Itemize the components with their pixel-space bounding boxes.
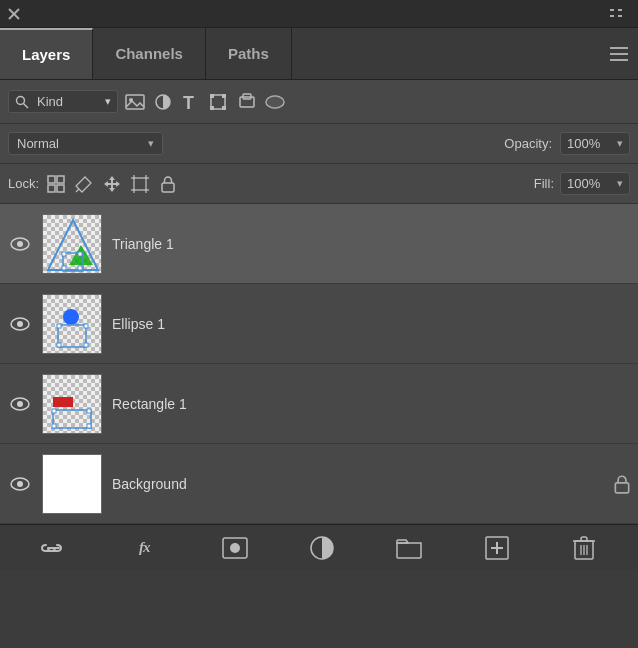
- svg-rect-48: [62, 266, 66, 270]
- link-layers-button[interactable]: [39, 533, 69, 563]
- fx-label: fx: [139, 539, 150, 556]
- panel-collapse-button[interactable]: [610, 8, 630, 20]
- tab-paths[interactable]: Paths: [206, 28, 292, 79]
- layer-thumbnail-ellipse1: [42, 294, 102, 354]
- svg-point-67: [17, 481, 23, 487]
- create-group-button[interactable]: [394, 533, 424, 563]
- svg-rect-2: [610, 47, 628, 49]
- svg-rect-22: [48, 185, 55, 192]
- visibility-toggle-rectangle1[interactable]: [8, 392, 32, 416]
- layer-thumbnail-rectangle1: [42, 374, 102, 434]
- layer-thumbnail-triangle1: [42, 214, 102, 274]
- lock-all-button[interactable]: [157, 173, 179, 195]
- tab-layers[interactable]: Layers: [0, 28, 93, 79]
- svg-rect-31: [134, 178, 146, 190]
- fill-label: Fill:: [534, 176, 554, 191]
- filter-color-icon[interactable]: [264, 91, 286, 113]
- layer-thumbnail-background: [42, 454, 102, 514]
- svg-rect-47: [78, 252, 82, 256]
- svg-rect-54: [57, 324, 61, 328]
- close-button[interactable]: [8, 8, 20, 20]
- svg-rect-63: [87, 409, 91, 413]
- svg-rect-65: [87, 424, 91, 428]
- svg-rect-46: [62, 252, 66, 256]
- svg-rect-61: [53, 410, 91, 428]
- svg-line-24: [76, 189, 79, 192]
- tabs-bar: Layers Channels Paths: [0, 28, 638, 80]
- bottom-toolbar: fx: [0, 524, 638, 570]
- add-layer-mask-button[interactable]: [220, 533, 250, 563]
- opacity-label: Opacity:: [504, 136, 552, 151]
- layer-item-rectangle1[interactable]: Rectangle 1: [0, 364, 638, 444]
- blend-mode-dropdown[interactable]: Normal ▾: [8, 132, 163, 155]
- opacity-input[interactable]: 100% ▾: [560, 132, 630, 155]
- svg-rect-68: [615, 482, 628, 492]
- lock-label: Lock:: [8, 176, 39, 191]
- svg-line-6: [24, 103, 29, 108]
- fill-input[interactable]: 100% ▾: [560, 172, 630, 195]
- layer-item-background[interactable]: Background: [0, 444, 638, 524]
- create-new-layer-button[interactable]: [482, 533, 512, 563]
- layer-lock-badge-background: [614, 474, 630, 494]
- blend-opacity-row: Normal ▾ Opacity: 100% ▾: [0, 124, 638, 164]
- add-layer-style-button[interactable]: fx: [126, 533, 162, 563]
- svg-rect-56: [57, 343, 61, 347]
- svg-rect-40: [162, 183, 174, 192]
- svg-point-52: [63, 309, 79, 325]
- lock-position-button[interactable]: [101, 173, 123, 195]
- kind-filter-dropdown[interactable]: Kind ▾: [8, 90, 118, 113]
- svg-text:T: T: [183, 93, 194, 111]
- layers-list: Triangle 1 Ellipse 1: [0, 204, 638, 524]
- lock-artboard-button[interactable]: [129, 173, 151, 195]
- svg-rect-62: [52, 409, 56, 413]
- filter-image-icon[interactable]: [124, 91, 146, 113]
- svg-rect-55: [84, 324, 88, 328]
- svg-rect-53: [58, 325, 86, 347]
- svg-point-19: [266, 96, 284, 108]
- panel-menu-button[interactable]: [600, 28, 638, 79]
- layer-name-triangle1: Triangle 1: [112, 236, 630, 252]
- svg-rect-13: [222, 94, 226, 98]
- lock-transparent-pixels-button[interactable]: [45, 173, 67, 195]
- filter-shape-icon[interactable]: [208, 91, 230, 113]
- svg-rect-20: [48, 176, 55, 183]
- layer-item-ellipse1[interactable]: Ellipse 1: [0, 284, 638, 364]
- svg-rect-3: [610, 53, 628, 55]
- new-adjustment-layer-button[interactable]: [307, 533, 337, 563]
- svg-rect-57: [84, 343, 88, 347]
- delete-layer-button[interactable]: [569, 533, 599, 563]
- svg-point-59: [17, 401, 23, 407]
- visibility-toggle-ellipse1[interactable]: [8, 312, 32, 336]
- svg-rect-12: [210, 94, 214, 98]
- visibility-toggle-background[interactable]: [8, 472, 32, 496]
- filter-adjustment-icon[interactable]: [152, 91, 174, 113]
- svg-point-5: [17, 96, 25, 104]
- svg-point-70: [230, 543, 240, 553]
- filter-type-icon[interactable]: T: [180, 91, 202, 113]
- svg-rect-21: [57, 176, 64, 183]
- tab-channels[interactable]: Channels: [93, 28, 206, 79]
- svg-point-42: [17, 241, 23, 247]
- lock-row: Lock:: [0, 164, 638, 204]
- svg-rect-30: [107, 183, 117, 185]
- svg-rect-7: [126, 95, 144, 109]
- filter-row: Kind ▾ T: [0, 80, 638, 124]
- svg-point-51: [17, 321, 23, 327]
- layer-name-ellipse1: Ellipse 1: [112, 316, 630, 332]
- svg-rect-49: [78, 266, 82, 270]
- layer-name-background: Background: [112, 476, 604, 492]
- layer-item-triangle1[interactable]: Triangle 1: [0, 204, 638, 284]
- svg-rect-64: [52, 424, 56, 428]
- filter-smart-object-icon[interactable]: [236, 91, 258, 113]
- lock-image-pixels-button[interactable]: [73, 173, 95, 195]
- svg-rect-14: [210, 106, 214, 110]
- svg-rect-23: [57, 185, 64, 192]
- svg-rect-4: [610, 59, 628, 61]
- top-bar: [0, 0, 638, 28]
- svg-rect-15: [222, 106, 226, 110]
- svg-rect-60: [53, 397, 73, 407]
- visibility-toggle-triangle1[interactable]: [8, 232, 32, 256]
- layer-name-rectangle1: Rectangle 1: [112, 396, 630, 412]
